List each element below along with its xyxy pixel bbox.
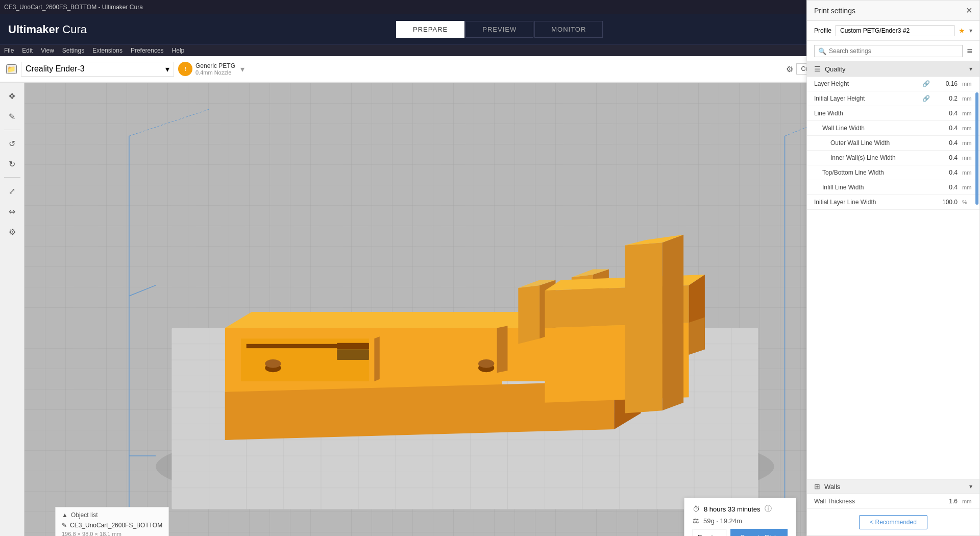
layer-height-input[interactable] (932, 79, 960, 89)
tab-preview[interactable]: PREVIEW (465, 21, 533, 38)
svg-marker-39 (374, 336, 379, 381)
profile-chevron-icon[interactable]: ▾ (969, 27, 972, 34)
nozzle-chevron-icon[interactable]: ▾ (240, 64, 244, 74)
search-wrap: 🔍 (814, 45, 963, 57)
inner-wall-right: mm (932, 153, 972, 163)
undo-button[interactable]: ↺ (3, 134, 21, 153)
menu-file[interactable]: File (4, 47, 14, 54)
logo-bold: Ultimaker (8, 23, 59, 36)
menu-help[interactable]: Help (172, 47, 185, 54)
toolbar-separator (4, 130, 20, 130)
svg-marker-42 (518, 285, 540, 344)
main-area: ✥ ✎ ↺ ↻ ⤢ ⇔ ⚙ (0, 83, 980, 536)
initial-layer-link-icon[interactable]: 🔗 (922, 95, 930, 102)
move-tool[interactable]: ✥ (3, 87, 21, 105)
print-settings-header: Print settings ✕ (807, 1, 979, 21)
logo-light: Cura (62, 23, 87, 36)
nozzle-indicator: ! (178, 62, 192, 76)
settings-sliders-icon: ⚙ (786, 64, 793, 74)
topbottom-input[interactable] (932, 167, 960, 178)
chevron-up-icon: ▲ (62, 511, 68, 519)
profile-star-icon[interactable]: ★ (959, 27, 965, 35)
mirror-tool[interactable]: ⇔ (3, 202, 21, 221)
open-file-button[interactable]: 📁 (6, 64, 17, 74)
object-list-header[interactable]: ▲ Object list (62, 511, 162, 519)
recommended-button[interactable]: < Recommended (859, 515, 927, 529)
tab-monitor[interactable]: MONITOR (534, 21, 603, 38)
line-width-input[interactable] (932, 108, 960, 118)
redo-button[interactable]: ↻ (3, 155, 21, 173)
search-input[interactable] (814, 45, 963, 57)
infill-unit: mm (962, 184, 972, 190)
left-toolbar: ✥ ✎ ↺ ↻ ⤢ ⇔ ⚙ (0, 83, 24, 536)
menu-edit[interactable]: Edit (22, 47, 33, 54)
hamburger-icon[interactable]: ≡ (967, 46, 972, 57)
initial-layer-line-width-row: Initial Layer Line Width % (807, 195, 979, 210)
svg-rect-60 (337, 349, 369, 360)
initial-layer-line-width-label: Initial Layer Line Width (814, 199, 932, 206)
quality-label: Quality (825, 65, 845, 73)
info-icon[interactable]: ⓘ (765, 504, 772, 514)
inner-wall-input[interactable] (932, 153, 960, 163)
object-dimensions: 196.8 × 98.0 × 18.1 mm (62, 531, 162, 536)
infill-right: mm (932, 182, 972, 192)
printer-chevron-icon: ▾ (165, 64, 169, 74)
quality-section-header[interactable]: ☰ Quality ▾ (807, 62, 979, 77)
menu-extensions[interactable]: Extensions (92, 47, 122, 54)
outer-wall-line-width-label: Outer Wall Line Width (814, 139, 932, 147)
outer-wall-input[interactable] (932, 138, 960, 148)
wall-line-width-row: Wall Line Width mm (807, 121, 979, 136)
object-list-label: Object list (71, 511, 98, 519)
layer-height-label: Layer Height (814, 80, 922, 87)
print-settings-title: Print settings (814, 7, 855, 15)
preview-button[interactable]: Preview (693, 529, 726, 536)
initial-layer-line-width-input[interactable] (932, 197, 960, 207)
wall-line-width-label: Wall Line Width (814, 125, 932, 132)
walls-section-header[interactable]: ⊞ Walls ▾ (807, 479, 979, 494)
outer-wall-line-width-row: Outer Wall Line Width mm (807, 136, 979, 151)
summary-actions: Preview Save to Disk (693, 529, 788, 536)
quality-section-title: ☰ Quality (814, 65, 845, 73)
menu-preferences[interactable]: Preferences (131, 47, 164, 54)
outer-wall-right: mm (932, 138, 972, 148)
menu-settings[interactable]: Settings (62, 47, 84, 54)
inner-wall-line-width-row: Inner Wall(s) Line Width mm (807, 151, 979, 165)
walls-icon: ⊞ (814, 482, 820, 491)
layer-height-right: 🔗 mm (922, 79, 972, 89)
edit-tool[interactable]: ✎ (3, 107, 21, 126)
printer-dropdown[interactable]: Creality Ender-3 ▾ (21, 62, 174, 77)
walls-chevron-icon: ▾ (969, 483, 972, 490)
infill-input[interactable] (932, 182, 960, 192)
initial-layer-height-input[interactable] (932, 93, 960, 104)
app-logo: Ultimaker Cura (8, 23, 87, 36)
inner-wall-line-width-label: Inner Wall(s) Line Width (814, 154, 932, 161)
tab-prepare[interactable]: PREPARE (396, 21, 464, 38)
save-to-disk-button[interactable]: Save to Disk (730, 529, 788, 536)
weight-icon: ⚖ (693, 517, 699, 525)
menu-view[interactable]: View (41, 47, 54, 54)
search-row: 🔍 ≡ (807, 41, 979, 62)
profile-input[interactable] (836, 25, 954, 36)
layer-height-row: Layer Height 🔗 mm (807, 77, 979, 91)
profile-label: Profile (814, 27, 831, 34)
print-settings-close[interactable]: ✕ (966, 6, 972, 15)
time-row: ⏱ 8 hours 33 minutes ⓘ (693, 504, 788, 514)
titlebar-text: CE3_UnoCart_2600FS_BOTTOM - Ultimaker Cu… (4, 4, 143, 11)
weight-row: ⚖ 59g · 19.24m (693, 517, 788, 525)
scale-tool[interactable]: ⤢ (3, 182, 21, 200)
walls-label: Walls (824, 483, 840, 491)
topbottom-line-width-label: Top/Bottom Line Width (814, 169, 932, 176)
titlebar-title: CE3_UnoCart_2600FS_BOTTOM - Ultimaker Cu… (4, 4, 143, 11)
svg-point-56 (265, 359, 281, 368)
printer-name: Creality Ender-3 (26, 64, 85, 74)
layer-height-link-icon[interactable]: 🔗 (922, 80, 930, 87)
wall-thickness-row: Wall Thickness mm (807, 494, 979, 509)
settings-tool[interactable]: ⚙ (3, 223, 21, 241)
wall-line-width-input[interactable] (932, 123, 960, 133)
profile-row: Profile ★ ▾ (807, 21, 979, 41)
initial-layer-height-row: Initial Layer Height 🔗 mm (807, 91, 979, 106)
wall-thickness-input[interactable] (932, 496, 960, 506)
quality-settings-list: Layer Height 🔗 mm Initial Layer Height 🔗… (807, 77, 979, 479)
svg-rect-59 (337, 343, 369, 350)
settings-scrollbar[interactable] (975, 92, 978, 205)
